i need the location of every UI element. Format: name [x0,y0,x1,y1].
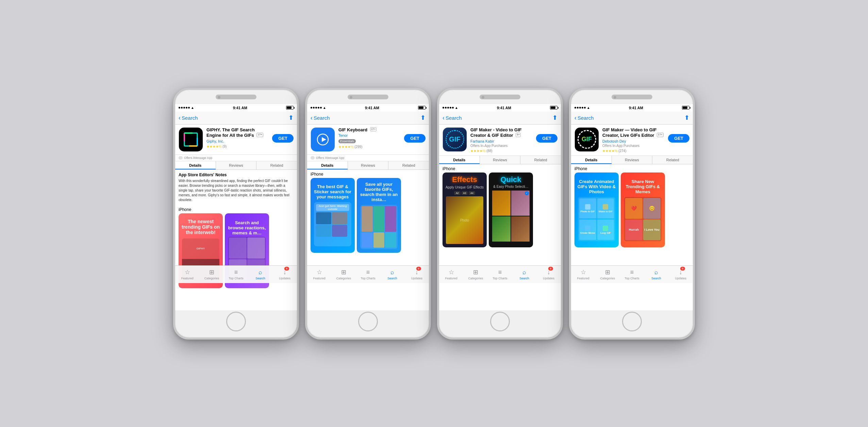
tab-reviews-4[interactable]: Reviews [612,156,653,164]
gif-cell-1 [316,212,331,224]
tab-reviews-2[interactable]: Reviews [348,161,389,169]
bottom-tab-search-3[interactable]: ⌕ Search [512,267,537,281]
signal-dots-2 [311,107,322,109]
bottom-tab-featured-4[interactable]: ☆ Featured [571,267,596,281]
tab-details-4[interactable]: Details [571,156,612,164]
loop-gif: Loop GIF [597,219,614,240]
charts-icon-3: ≡ [498,269,502,276]
tab-related-4[interactable]: Related [652,156,693,164]
effects-buttons: A2 A3 A4 [454,191,475,195]
charts-label-1: Top Charts [229,277,244,280]
trending-grid: ❤️ 😊 Hurrah I Love You [624,197,662,241]
screenshots-4: Create Animated GIFs With Video & Photos… [571,173,693,247]
bottom-tab-categories-2[interactable]: ⊞ Categories [332,267,356,281]
wifi-icon-2: ▲ [323,106,326,110]
bottom-tab-featured-1[interactable]: ☆ Featured [175,267,200,281]
back-button-4[interactable]: ‹ Search [574,114,594,121]
volume-down-button-3 [437,169,438,187]
tab-details-3[interactable]: Details [439,156,480,164]
tab-related-2[interactable]: Related [388,161,429,169]
app-icon-2 [311,127,335,152]
bottom-tab-updates-4[interactable]: ↓ 5 Updates [668,267,693,281]
featured-label-2: Featured [313,277,326,280]
imessage-bar-1: Offers iMessage App [175,155,297,161]
bottom-tab-categories-4[interactable]: ⊞ Categories [596,267,620,281]
trending-text: Share New Trending GIFs & Memes [623,179,663,194]
tabs-bar-3: Details Reviews Related [439,156,561,164]
status-time-2: 9:41 AM [365,106,379,110]
app-name-3: GIF Maker - Video to GIF Creator & GIF E… [470,127,533,139]
bottom-tab-categories-1[interactable]: ⊞ Categories [200,267,224,281]
bottom-tab-featured-3[interactable]: ☆ Featured [439,267,464,281]
age-badge-4: 17+ [657,133,664,137]
bottom-tab-search-1[interactable]: ⌕ Search [248,267,273,281]
developer-1[interactable]: Giphy, Inc. [206,139,269,143]
svg-rect-0 [184,133,197,146]
nav-bar-4: ‹ Search ⬆ [571,112,693,125]
dot5-3 [452,107,454,109]
tab-details-1[interactable]: Details [175,161,216,169]
back-button-1[interactable]: ‹ Search [179,114,198,121]
bottom-tab-charts-4[interactable]: ≡ Top Charts [620,267,644,281]
status-time: 9:41 AM [233,106,247,110]
get-button-4[interactable]: GET [668,134,689,143]
tab-details-2[interactable]: Details [307,161,348,169]
bottom-tab-charts-3[interactable]: ≡ Top Charts [488,267,512,281]
dot3-2 [315,107,317,109]
share-button-3[interactable]: ⬆ [552,114,557,121]
gif-circle-design: GIF [446,130,464,149]
tab-reviews-1[interactable]: Reviews [216,161,257,169]
tab-related-3[interactable]: Related [520,156,561,164]
ss-effects-content: Effects Apply Unique GIF Effects A2 A3 A… [443,173,487,247]
tab-related-1[interactable]: Related [256,161,297,169]
mute-switch-3 [437,131,438,141]
svg-marker-7 [322,137,326,142]
developer-3[interactable]: Farhana Kabir [470,139,533,143]
gif-cell-2 [332,212,347,224]
get-button-2[interactable]: GET [404,134,425,143]
effects-preview: Photo [446,196,483,244]
share-button-1[interactable]: ⬆ [288,114,294,121]
share-button-4[interactable]: ⬆ [684,114,689,121]
back-button-2[interactable]: ‹ Search [311,114,330,121]
chat-bubble-1: Just got here. Waiting outside [316,204,349,211]
imessage-bubble-icon [179,156,183,160]
bottom-tab-search-2[interactable]: ⌕ Search [380,267,405,281]
bottom-tab-charts-2[interactable]: ≡ Top Charts [356,267,380,281]
bottom-tab-featured-2[interactable]: ☆ Featured [307,267,332,281]
dot4-3 [450,107,451,109]
rating-count-4: (274) [618,149,626,153]
back-button-3[interactable]: ‹ Search [443,114,462,121]
featured-icon-2: ☆ [317,268,322,276]
dot1-2 [311,107,312,109]
app-header-3: GIF GIF Maker - Video to GIF Creator & G… [439,125,561,156]
bottom-tab-updates-3[interactable]: ↓ 5 Updates [536,267,561,281]
g2 [373,206,385,232]
developer-4[interactable]: Debotosh Dey [602,139,665,143]
vtg-icon [603,204,608,210]
giphy-logo-mini: GIPHY [182,239,219,259]
bottom-tab-updates-2[interactable]: ↓ 6 Updates [404,267,429,281]
ss-blue-text-2: Save all your favorite GIFs, search them… [359,182,399,202]
bottom-tab-categories-3[interactable]: ⊞ Categories [464,267,488,281]
imessage-text-1: Offers iMessage App [184,156,212,160]
iphone-label-4: iPhone [574,166,689,171]
tabs-bar-4: Details Reviews Related [571,156,693,164]
developer-2[interactable]: Tenor [338,133,401,137]
get-button-1[interactable]: GET [272,134,294,143]
bottom-tab-charts-1[interactable]: ≡ Top Charts [224,267,248,281]
p3 [492,216,511,242]
animated-text: Create Animated GIFs With Video & Photos [577,179,617,194]
get-button-3[interactable]: GET [536,134,557,143]
create-meme: Create Meme [579,219,596,240]
share-button-2[interactable]: ⬆ [420,114,425,121]
bottom-tab-search-4[interactable]: ⌕ Search [644,267,669,281]
bottom-tab-updates-1[interactable]: ↓ 5 Updates [272,267,297,281]
screenshot-4a: Create Animated GIFs With Video & Photos… [574,173,619,247]
giphy-icon-design [179,128,203,151]
dot1-3 [443,107,444,109]
charts-icon-1: ≡ [234,269,238,276]
signal-dots-4 [574,107,586,109]
gif-preview-2 [360,205,398,249]
tab-reviews-3[interactable]: Reviews [480,156,521,164]
